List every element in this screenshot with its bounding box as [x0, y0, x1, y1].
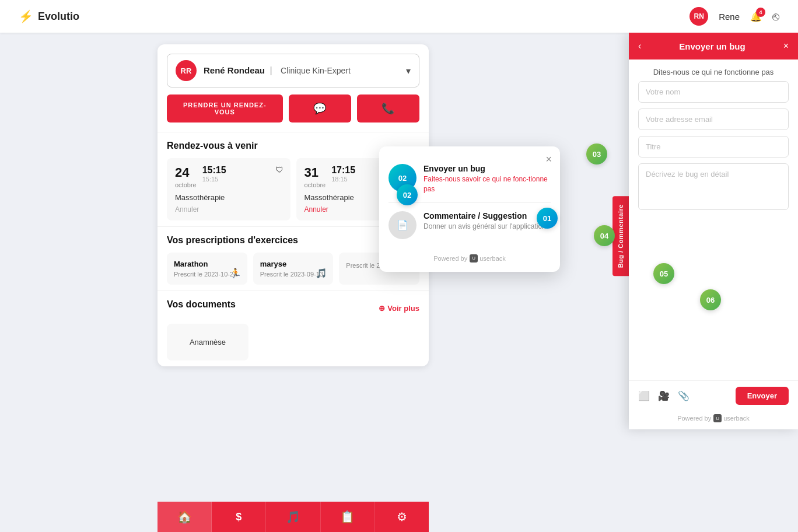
feedback-dropdown: × 02 Envoyer un bug Faites-nous savoir c… — [379, 146, 560, 272]
appointment-date-row-1: 24 octobre 15:15 15:15 — [175, 165, 282, 188]
bug-panel-actions: ⬜ 🎥 📎 Envoyer — [629, 380, 798, 410]
patient-name: René Rondeau — [204, 65, 265, 75]
bug-panel-body — [629, 81, 798, 380]
logo-text: Evolutio — [38, 10, 79, 23]
dropdown-powered-by: Powered by U userback — [388, 254, 551, 262]
suggestion-desc: Donner un avis général sur l'application — [424, 222, 551, 232]
appointment-action-1[interactable]: Annuler — [175, 205, 282, 214]
attach-icon[interactable]: 📎 — [678, 390, 690, 401]
prescription-card-2[interactable]: maryse Prescrit le 2023-09-13 🎵 — [253, 253, 334, 285]
bug-report-panel: ‹ Envoyer un bug × Dites-nous ce qui ne … — [629, 33, 798, 429]
clipboard-icon: 📋 — [340, 510, 355, 524]
chat-icon: 💬 — [313, 102, 326, 115]
bug-panel-close-button[interactable]: × — [783, 41, 789, 51]
appointment-date-2: 31 octobre — [304, 165, 326, 188]
documents-list: Anamnèse — [167, 324, 419, 360]
bug-report-desc: Faites-nous savoir ce qui ne fonc-tionne… — [424, 174, 551, 194]
bug-name-input[interactable] — [638, 81, 789, 103]
appointment-card-1: 🛡 24 octobre 15:15 15:15 Massothérapie A… — [167, 158, 290, 220]
phone-icon: 📞 — [382, 102, 394, 115]
nav-documents[interactable]: 📋 — [321, 502, 375, 532]
notification-button[interactable]: 🔔 4 — [750, 11, 762, 22]
screenshot-icon[interactable]: ⬜ — [638, 390, 650, 401]
step-badge-04: 04 — [594, 225, 615, 246]
patient-separator: | — [270, 65, 272, 75]
appointment-date-1: 24 octobre — [175, 165, 197, 188]
suggestion-item[interactable]: 📄 Commentaire / Suggestion Donner un avi… — [388, 202, 551, 247]
logout-button[interactable]: ⎋ — [772, 10, 779, 23]
bottom-navigation: 🏠 $ 🎵 📋 ⚙ — [158, 502, 429, 532]
documents-title: Vos documents — [167, 299, 236, 310]
suggestion-text: Commentaire / Suggestion Donner un avis … — [424, 211, 551, 232]
step-badge-01: 01 — [537, 208, 558, 229]
take-appointment-button[interactable]: PRENDRE UN RENDEZ-VOUS — [167, 94, 283, 123]
nav-exercises[interactable]: 🎵 — [266, 502, 320, 532]
prescription-name-1: Marathon — [174, 260, 240, 268]
bug-panel-header: ‹ Envoyer un bug × — [629, 33, 798, 60]
prescription-icon-1: 🏃 — [230, 268, 242, 279]
document-card-1[interactable]: Anamnèse — [167, 324, 249, 360]
step-badge-03: 03 — [586, 144, 607, 164]
step-badge-02: 02 — [397, 184, 418, 205]
suggestion-icon-circle: 📄 — [388, 211, 416, 239]
header-right: RN Rene 🔔 4 ⎋ — [690, 7, 779, 26]
bug-action-icons: ⬜ 🎥 📎 — [638, 390, 690, 401]
submit-bug-button[interactable]: Envoyer — [736, 387, 789, 405]
action-buttons: PRENDRE UN RENDEZ-VOUS 💬 📞 — [167, 94, 419, 123]
voir-plus-button[interactable]: ⊕ Voir plus — [379, 304, 419, 313]
bug-report-title: Envoyer un bug — [424, 164, 551, 173]
nav-settings[interactable]: ⚙ — [375, 502, 429, 532]
logo-area: ⚡ Evolutio — [19, 9, 79, 23]
userback-icon: U — [470, 254, 478, 262]
appointment-time-2: 17:15 18:15 — [331, 165, 355, 183]
bug-panel-subtitle: Dites-nous ce qui ne fonctionne pas — [629, 60, 798, 81]
exercise-icon: 🎵 — [286, 510, 300, 524]
chat-button[interactable]: 💬 — [289, 94, 351, 123]
main-content: RR René Rondeau | Clinique Kin-Expert ▾ … — [0, 33, 798, 532]
bug-panel-back-button[interactable]: ‹ — [638, 41, 641, 51]
document-name-1: Anamnèse — [174, 338, 242, 346]
documents-section: Vos documents ⊕ Voir plus Anamnèse — [158, 290, 429, 366]
nav-billing[interactable]: $ — [212, 502, 266, 532]
step-badge-05: 05 — [653, 263, 674, 284]
chevron-down-icon: ▾ — [406, 65, 411, 76]
video-icon[interactable]: 🎥 — [658, 390, 670, 401]
dollar-icon: $ — [236, 511, 242, 523]
userback-logo: U userback — [470, 254, 506, 262]
patient-avatar: RR — [176, 60, 197, 81]
suggestion-title: Commentaire / Suggestion — [424, 211, 551, 220]
plus-icon: ⊕ — [379, 304, 385, 313]
bug-label-tab[interactable]: Bug / Commentaire — [612, 196, 629, 276]
step-badge-06: 06 — [700, 289, 721, 310]
shield-icon-1: 🛡 — [275, 165, 284, 174]
bug-panel-powered-by: Powered by U userback — [629, 410, 798, 429]
bug-panel-userback-icon: U — [713, 414, 722, 422]
bug-panel-title: Envoyer un bug — [679, 41, 745, 51]
header: ⚡ Evolutio RN Rene 🔔 4 ⎋ — [0, 0, 798, 33]
bug-title-input[interactable] — [638, 136, 789, 158]
home-icon: 🏠 — [177, 510, 192, 524]
logo-icon: ⚡ — [19, 9, 33, 23]
bug-panel-userback-logo: U userback — [713, 414, 750, 422]
appointment-time-1: 15:15 15:15 — [202, 165, 226, 183]
notification-badge: 4 — [756, 8, 765, 17]
nav-home[interactable]: 🏠 — [158, 502, 212, 532]
phone-button[interactable]: 📞 — [357, 94, 419, 123]
patient-selector[interactable]: RR René Rondeau | Clinique Kin-Expert ▾ — [167, 54, 419, 88]
bug-report-text: Envoyer un bug Faites-nous savoir ce qui… — [424, 164, 551, 194]
patient-clinic: Clinique Kin-Expert — [281, 66, 351, 75]
appointment-type-1: Massothérapie — [175, 193, 282, 202]
patient-info: René Rondeau | Clinique Kin-Expert — [204, 65, 351, 76]
prescription-name-2: maryse — [260, 260, 327, 268]
documents-header: Vos documents ⊕ Voir plus — [167, 299, 419, 317]
prescription-card-1[interactable]: Marathon Prescrit le 2023-10-24 🏃 — [167, 253, 247, 285]
prescription-icon-2: 🎵 — [316, 268, 327, 279]
user-avatar: RN — [690, 7, 708, 26]
bug-email-input[interactable] — [638, 108, 789, 130]
user-name: Rene — [719, 12, 740, 22]
bug-description-input[interactable] — [638, 163, 789, 210]
dropdown-close-button[interactable]: × — [545, 153, 552, 166]
voir-plus-label: Voir plus — [387, 304, 419, 313]
gear-icon: ⚙ — [397, 510, 407, 524]
